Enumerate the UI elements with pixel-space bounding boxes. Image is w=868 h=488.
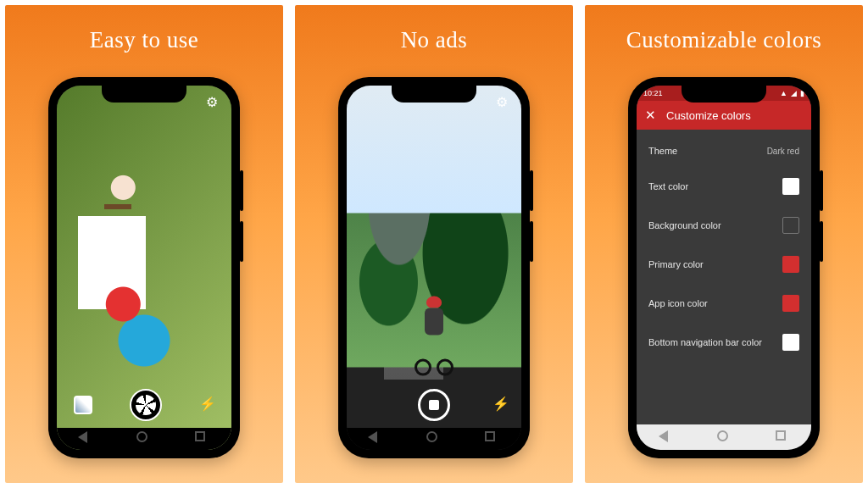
color-swatch[interactable] [782, 334, 799, 351]
setting-row-appicon[interactable]: App icon color [647, 284, 801, 323]
camera-toolbar [347, 384, 521, 426]
record-stop-button[interactable] [418, 389, 450, 421]
promo-panel-colors: Customizable colors 10:21 ▲ ◢ ▮ ✕ Custom… [585, 5, 863, 483]
recents-key[interactable] [195, 431, 210, 446]
home-key[interactable] [136, 431, 152, 446]
signal-icon: ◢ [791, 89, 797, 97]
camera-screen: ⚙ [347, 86, 521, 450]
close-icon[interactable]: ✕ [645, 108, 656, 123]
settings-list: Theme Dark red Text color Background col… [637, 130, 811, 367]
setting-row-textcolor[interactable]: Text color [647, 167, 801, 206]
back-key[interactable] [659, 430, 672, 444]
gear-icon[interactable]: ⚙ [496, 94, 511, 109]
setting-label: Bottom navigation bar color [648, 337, 762, 347]
flash-off-icon[interactable] [492, 396, 508, 414]
setting-value: Dark red [767, 147, 799, 156]
camera-toolbar [57, 384, 231, 426]
shutter-button[interactable] [130, 389, 162, 421]
phone-mockup: ⚙ [48, 77, 240, 458]
promo-panel-noads: No ads ⚙ [295, 5, 573, 483]
setting-row-primary[interactable]: Primary color [647, 245, 801, 284]
home-key[interactable] [426, 431, 442, 446]
android-nav-bar [637, 424, 811, 450]
viewfinder-subject [411, 297, 457, 376]
panel-title: Easy to use [90, 27, 198, 53]
flash-off-icon[interactable] [199, 396, 214, 414]
settings-screen-wrap: 10:21 ▲ ◢ ▮ ✕ Customize colors Theme Dar… [637, 86, 811, 450]
back-key[interactable] [78, 431, 93, 446]
app-bar: ✕ Customize colors [637, 101, 811, 130]
android-nav-bar [347, 428, 521, 450]
panel-title: Customizable colors [626, 27, 822, 53]
phone-notch [682, 84, 766, 103]
settings-screen: 10:21 ▲ ◢ ▮ ✕ Customize colors Theme Dar… [637, 86, 811, 450]
setting-row-bottomnav[interactable]: Bottom navigation bar color [647, 323, 801, 362]
app-bar-title: Customize colors [666, 109, 751, 122]
home-key[interactable] [717, 430, 731, 444]
setting-label: Primary color [648, 259, 704, 269]
setting-row-theme[interactable]: Theme Dark red [647, 135, 801, 167]
back-key[interactable] [368, 431, 383, 446]
phone-mockup: ⚙ [338, 77, 530, 458]
recents-key[interactable] [485, 431, 500, 446]
camera-screen: ⚙ [57, 86, 231, 450]
status-icons: ▲ ◢ ▮ [780, 89, 804, 97]
status-time: 10:21 [643, 89, 663, 97]
battery-icon: ▮ [800, 89, 804, 97]
phone-notch [102, 84, 186, 103]
android-nav-bar [57, 428, 231, 450]
setting-label: Background color [648, 220, 721, 230]
setting-label: Theme [648, 146, 677, 156]
gallery-thumbnail[interactable] [74, 396, 92, 414]
color-swatch[interactable] [782, 295, 799, 312]
color-swatch[interactable] [782, 256, 799, 273]
setting-label: Text color [648, 181, 688, 191]
setting-row-bgcolor[interactable]: Background color [647, 206, 801, 245]
gear-icon[interactable]: ⚙ [206, 94, 221, 109]
setting-label: App icon color [648, 298, 708, 308]
promo-panel-easy: Easy to use ⚙ [5, 5, 283, 483]
phone-mockup: 10:21 ▲ ◢ ▮ ✕ Customize colors Theme Dar… [628, 77, 820, 458]
recents-key[interactable] [776, 430, 789, 444]
phone-notch [392, 84, 476, 103]
panel-title: No ads [401, 27, 468, 53]
color-swatch[interactable] [782, 217, 799, 234]
wifi-icon: ▲ [780, 89, 787, 97]
color-swatch[interactable] [782, 178, 799, 195]
